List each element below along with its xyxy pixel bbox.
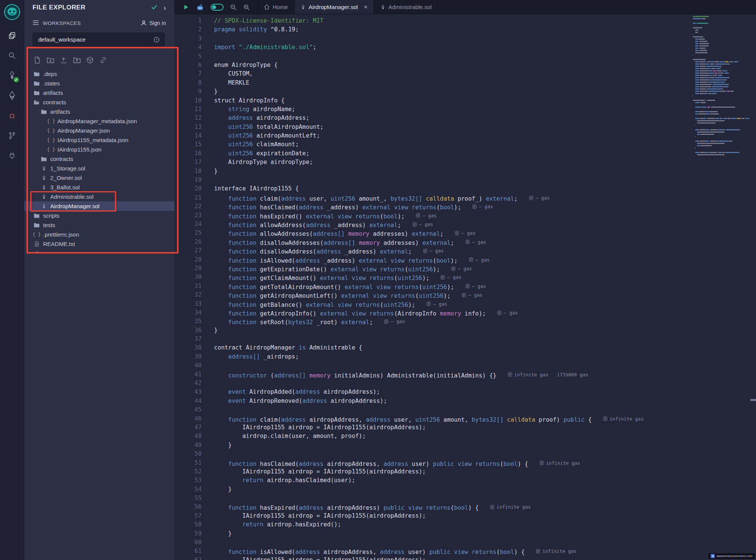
- code-line[interactable]: 53 return airdrop.hasClaimed(user);: [174, 476, 756, 485]
- line-number[interactable]: 29: [174, 264, 202, 273]
- line-number[interactable]: 28: [174, 255, 202, 264]
- code-line[interactable]: 2pragma solidity ^0.8.19;: [174, 25, 756, 34]
- code-line[interactable]: 38contract AirdropManager is Administrab…: [174, 343, 756, 352]
- line-number[interactable]: 52: [174, 467, 202, 476]
- code-line[interactable]: 12 address airdropAddress;: [174, 114, 756, 122]
- line-number[interactable]: 20: [174, 184, 202, 193]
- line-number[interactable]: 7: [174, 70, 202, 78]
- deploy-run-icon[interactable]: [5, 88, 20, 103]
- line-number[interactable]: 58: [174, 520, 202, 529]
- line-number[interactable]: 49: [174, 441, 202, 450]
- close-tab-icon[interactable]: ×: [364, 4, 368, 10]
- code-line[interactable]: 48 airdrop.claim(user, amount, proof);: [174, 432, 756, 441]
- tree-item--prettierrc-json[interactable]: { }.prettierrc.json: [24, 230, 174, 239]
- new-file-icon[interactable]: [33, 56, 41, 64]
- tree-item-3-ballot-sol[interactable]: 3_Ballot.sol: [24, 183, 174, 192]
- line-number[interactable]: 42: [174, 379, 202, 388]
- code-line[interactable]: 16 uint256 expirationDate;: [174, 149, 756, 158]
- code-line[interactable]: 47 IAirdrop1155 airdrop = IAirdrop1155(a…: [174, 423, 756, 432]
- code-line[interactable]: 19: [174, 176, 756, 184]
- tree-item-1-storage-sol[interactable]: 1_Storage.sol: [24, 164, 174, 173]
- tree-item-scripts[interactable]: scripts: [24, 211, 174, 220]
- line-number[interactable]: 30: [174, 273, 202, 282]
- code-line[interactable]: 22 function hasClaimed(address _address)…: [174, 202, 756, 211]
- code-line[interactable]: 43 event AirdropAdded(address airdropAdd…: [174, 388, 756, 396]
- code-line[interactable]: 35 function setRoot(bytes32 _root) exter…: [174, 317, 756, 326]
- link-icon[interactable]: [99, 56, 107, 64]
- line-number[interactable]: 59: [174, 529, 202, 538]
- collapse-chevron-icon[interactable]: ›: [163, 4, 166, 11]
- line-number[interactable]: 23: [174, 211, 202, 220]
- code-line[interactable]: 9}: [174, 87, 756, 96]
- line-number[interactable]: 25: [174, 229, 202, 237]
- code-line[interactable]: 24 function allowAddress(address _addres…: [174, 220, 756, 229]
- line-number[interactable]: 14: [174, 131, 202, 140]
- line-number[interactable]: 27: [174, 246, 202, 255]
- line-number[interactable]: 6: [174, 61, 202, 70]
- tree-item-iairdrop1155-json[interactable]: { }IAirdrop1155.json: [24, 145, 174, 154]
- code-line[interactable]: 31 function getTotalAirdropAmount() exte…: [174, 282, 756, 291]
- code-line[interactable]: 32 function getAirdropAmountLeft() exter…: [174, 291, 756, 299]
- line-number[interactable]: 24: [174, 220, 202, 229]
- code-line[interactable]: 8 MERKLE: [174, 79, 756, 87]
- code-line[interactable]: 28 function isAllowed(address _address) …: [174, 255, 756, 264]
- line-number[interactable]: 35: [174, 317, 202, 326]
- tab-home[interactable]: Home: [258, 0, 294, 14]
- line-number[interactable]: 9: [174, 87, 202, 96]
- code-line[interactable]: 33 function getBalance() external view r…: [174, 300, 756, 308]
- code-line[interactable]: 11 string airdropName;: [174, 105, 756, 114]
- code-line[interactable]: 14 uint256 airdropAmountLeft;: [174, 131, 756, 140]
- code-line[interactable]: 10struct AirdropInfo {: [174, 96, 756, 105]
- tree-item-partial[interactable]: [24, 249, 174, 254]
- code-line[interactable]: 27 function disallowAddress(address _add…: [174, 246, 756, 255]
- line-number[interactable]: 16: [174, 149, 202, 158]
- code-line[interactable]: 56 function hasExpired(address airdropAd…: [174, 503, 756, 511]
- run-script-button[interactable]: [183, 4, 189, 11]
- line-number[interactable]: 31: [174, 282, 202, 291]
- line-number[interactable]: 43: [174, 388, 202, 396]
- line-number[interactable]: 38: [174, 343, 202, 352]
- line-number[interactable]: 62: [174, 556, 202, 560]
- upload-file-icon[interactable]: [60, 56, 67, 64]
- line-number[interactable]: 50: [174, 450, 202, 458]
- scrollbar-thumb[interactable]: [750, 399, 756, 401]
- minimap[interactable]: [693, 15, 753, 166]
- remix-logo[interactable]: [4, 4, 20, 20]
- code-line[interactable]: 21 function claim(address user, uint256 …: [174, 193, 756, 202]
- file-explorer-icon[interactable]: [5, 28, 20, 43]
- line-number[interactable]: 47: [174, 423, 202, 432]
- tree-item-contracts[interactable]: contracts: [24, 97, 174, 107]
- code-line[interactable]: 34 function getAirdropInfo() external vi…: [174, 308, 756, 317]
- line-number[interactable]: 2: [174, 25, 202, 34]
- ai-copilot-icon[interactable]: [196, 3, 204, 11]
- upload-folder-icon[interactable]: [73, 56, 81, 64]
- code-line[interactable]: 13 uint256 totalAirdropAmount;: [174, 123, 756, 131]
- solidity-compiler-icon[interactable]: [5, 68, 20, 83]
- tree-item-artifacts[interactable]: artifacts: [24, 88, 174, 97]
- workspace-options-icon[interactable]: [153, 36, 160, 43]
- tree-item-airdropmanager-metadata-json[interactable]: { }AirdropManager_metadata.json: [24, 116, 174, 126]
- tree-item-tests[interactable]: tests: [24, 220, 174, 230]
- code-line[interactable]: 3: [174, 34, 756, 43]
- line-number[interactable]: 15: [174, 140, 202, 149]
- code-line[interactable]: 1// SPDX-License-Identifier: MIT: [174, 17, 756, 25]
- plugin-manager-icon[interactable]: [5, 148, 20, 163]
- line-number[interactable]: 17: [174, 158, 202, 167]
- line-number[interactable]: 56: [174, 503, 202, 511]
- code-line[interactable]: 52 IAirdrop1155 airdrop = IAirdrop1155(a…: [174, 467, 756, 476]
- tree-item-artifacts[interactable]: artifacts: [24, 107, 174, 116]
- line-number[interactable]: 26: [174, 238, 202, 246]
- line-number[interactable]: 18: [174, 167, 202, 176]
- code-line[interactable]: 17 AirdropType airdropType;: [174, 158, 756, 167]
- line-number[interactable]: 60: [174, 538, 202, 547]
- code-line[interactable]: 62 IAirdrop1155 airdrop = IAirdrop1155(a…: [174, 556, 756, 560]
- search-icon[interactable]: [5, 48, 20, 63]
- line-number[interactable]: 13: [174, 123, 202, 131]
- line-number[interactable]: 55: [174, 494, 202, 503]
- line-number[interactable]: 32: [174, 291, 202, 299]
- line-number[interactable]: 33: [174, 300, 202, 308]
- code-line[interactable]: 40: [174, 361, 756, 370]
- code-line[interactable]: 4import "./Administrable.sol";: [174, 43, 756, 52]
- code-line[interactable]: 42: [174, 379, 756, 388]
- code-line[interactable]: 46 function claim(address airdropAddress…: [174, 415, 756, 423]
